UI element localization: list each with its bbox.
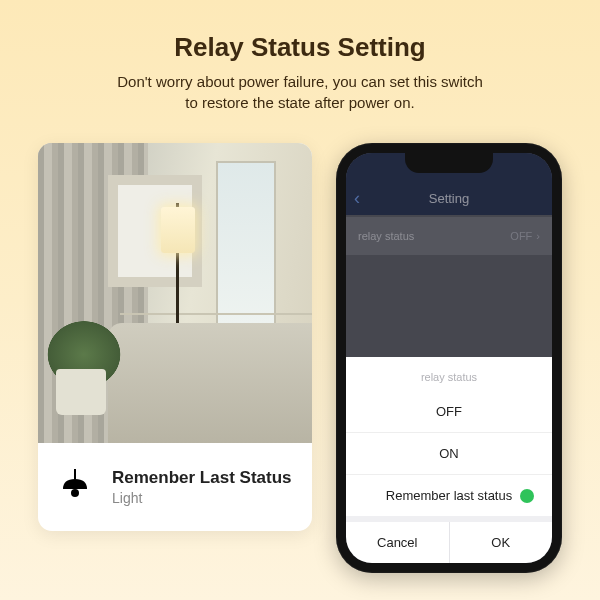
subtitle-line-1: Don't worry about power failure, you can… [117, 73, 483, 90]
window-decor [216, 161, 276, 326]
phone-screen: ‹ Setting relay status OFF › relay statu… [346, 153, 552, 563]
cancel-button[interactable]: Cancel [346, 522, 449, 563]
svg-point-1 [71, 489, 79, 497]
option-remember[interactable]: Remember last status [346, 474, 552, 516]
pendant-lamp-icon [52, 467, 98, 507]
page-title: Relay Status Setting [0, 32, 600, 63]
option-on[interactable]: ON [346, 432, 552, 474]
ok-button[interactable]: OK [449, 522, 553, 563]
plant-decor [38, 305, 150, 415]
card-subtitle: Light [112, 490, 292, 506]
action-sheet: relay status OFF ON Remember last status… [346, 357, 552, 563]
option-off[interactable]: OFF [346, 391, 552, 432]
room-card: Remenber Last Status Light [38, 143, 312, 531]
card-footer: Remenber Last Status Light [38, 443, 312, 531]
lamp-shade-decor [161, 207, 195, 253]
card-title: Remenber Last Status [112, 468, 292, 488]
phone-notch [405, 153, 493, 173]
phone-mockup: ‹ Setting relay status OFF › relay statu… [336, 143, 562, 573]
subtitle-line-2: to restore the state after power on. [185, 94, 414, 111]
sheet-title: relay status [346, 357, 552, 391]
room-photo [38, 143, 312, 443]
page-subtitle: Don't worry about power failure, you can… [0, 71, 600, 113]
